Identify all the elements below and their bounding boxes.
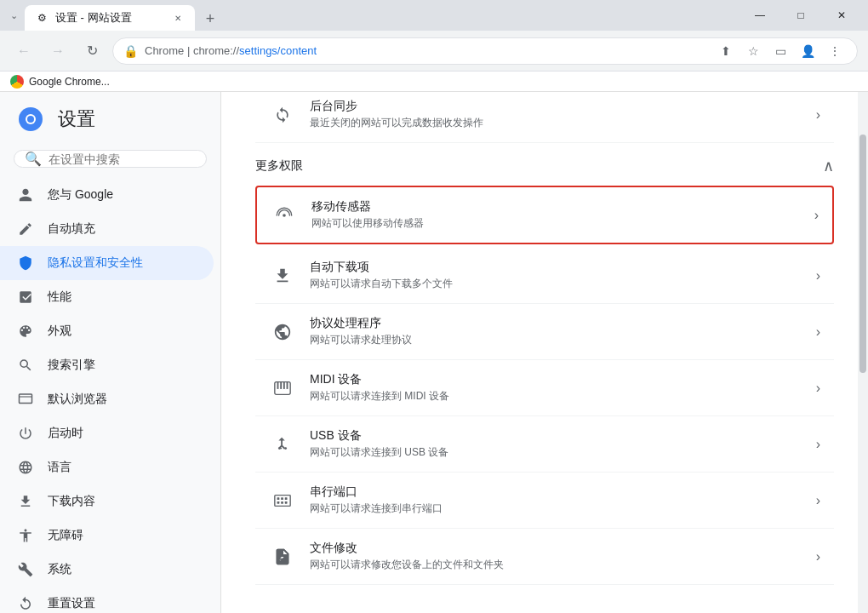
section-collapse-icon[interactable]: ∧ (823, 157, 834, 175)
sidebar-item-startup[interactable]: 启动时 (0, 416, 214, 450)
sidebar-item-performance[interactable]: 性能 (0, 280, 214, 314)
partial-item-background-sync[interactable]: 后台同步 最近关闭的网站可以完成数据收发操作 › (255, 92, 834, 143)
sidebar-item-google-label: 您与 Google (48, 187, 113, 203)
sidebar-item-default-browser[interactable]: 默认浏览器 (0, 382, 214, 416)
svg-rect-17 (281, 497, 283, 500)
settings-item-midi[interactable]: MIDI 设备 网站可以请求连接到 MIDI 设备 › (255, 360, 834, 416)
file-edit-text: 文件修改 网站可以请求修改您设备上的文件和文件夹 (310, 541, 802, 572)
sidebar-item-language[interactable]: 语言 (0, 450, 214, 484)
sidebar-item-default-browser-label: 默认浏览器 (48, 392, 107, 407)
bookmark-icon[interactable]: ☆ (741, 39, 765, 63)
serial-arrow: › (816, 493, 820, 508)
chevron-down-icon[interactable]: ⌄ (7, 10, 21, 21)
settings-item-file-edit[interactable]: 文件修改 网站可以请求修改您设备上的文件和文件夹 › (255, 529, 834, 585)
protocol-handler-subtitle: 网站可以请求处理协议 (310, 333, 802, 347)
chrome-logo-icon (10, 75, 24, 89)
palette-icon (17, 323, 34, 340)
minimize-button[interactable]: — (740, 3, 779, 28)
motion-sensor-title: 移动传感器 (311, 199, 801, 215)
share-icon[interactable]: ⬆ (714, 39, 738, 63)
motion-sensor-text: 移动传感器 网站可以使用移动传感器 (311, 199, 801, 231)
wrench-icon (17, 561, 34, 578)
profile-icon[interactable]: 👤 (796, 39, 819, 63)
settings-item-serial[interactable]: 串行端口 网站可以请求连接到串行端口 › (255, 473, 834, 529)
maximize-button[interactable]: □ (781, 3, 820, 28)
more-permissions-section: 更多权限 ∧ (255, 143, 834, 182)
svg-rect-9 (283, 381, 285, 388)
sidebar-header: 设置 (0, 92, 220, 146)
svg-rect-3 (20, 394, 32, 404)
sidebar-item-privacy[interactable]: 隐私设置和安全性 (0, 246, 214, 280)
motion-sensor-subtitle: 网站可以使用移动传感器 (311, 216, 801, 231)
browser-frame: ⌄ ⚙ 设置 - 网站设置 ✕ + — □ ✕ ← → ↻ 🔒 Chrome |… (0, 0, 868, 613)
scrollbar-track[interactable] (858, 92, 868, 613)
sidebar: 设置 🔍 您与 Google 自动填充 (0, 92, 221, 613)
background-sync-arrow: › (816, 107, 820, 123)
search-icon: 🔍 (25, 151, 42, 167)
sidebar-item-accessibility[interactable]: 无障碍 (0, 518, 214, 553)
sidebar-item-reset[interactable]: 重置设置 (0, 587, 214, 613)
svg-rect-16 (277, 497, 280, 500)
search-bar[interactable]: 🔍 (14, 150, 207, 168)
sidebar-item-search-label: 搜索引擎 (48, 358, 95, 373)
sidebar-item-reset-label: 重置设置 (48, 596, 95, 611)
tab-close-button[interactable]: ✕ (171, 11, 185, 25)
default-browser-icon (17, 391, 34, 408)
file-edit-arrow: › (816, 549, 820, 564)
auto-download-arrow: › (816, 268, 820, 284)
sidebar-item-search[interactable]: 搜索引擎 (0, 348, 214, 382)
background-sync-text: 后台同步 最近关闭的网站可以完成数据收发操作 (310, 99, 802, 130)
refresh-button[interactable]: ↻ (78, 37, 106, 65)
motion-sensor-icon-wrap (271, 202, 298, 229)
chrome-brand-label: Chrome (145, 44, 184, 57)
file-edit-subtitle: 网站可以请求修改您设备上的文件和文件夹 (310, 558, 802, 572)
close-button[interactable]: ✕ (822, 3, 861, 28)
sidebar-item-downloads-label: 下载内容 (48, 494, 95, 509)
auto-download-subtitle: 网站可以请求自动下载多个文件 (310, 277, 802, 291)
search-engine-icon (17, 357, 34, 374)
midi-title: MIDI 设备 (310, 372, 802, 387)
settings-item-usb[interactable]: USB 设备 网站可以请求连接到 USB 设备 › (255, 416, 834, 473)
tab-favicon-icon: ⚙ (35, 11, 49, 25)
settings-item-auto-download[interactable]: 自动下载项 网站可以请求自动下载多个文件 › (255, 248, 834, 304)
sidebar-item-google[interactable]: 您与 Google (0, 178, 214, 212)
back-button[interactable]: ← (10, 37, 37, 65)
sidebar-item-appearance-label: 外观 (48, 324, 71, 339)
content-inner: 后台同步 最近关闭的网站可以完成数据收发操作 › 更多权限 ∧ (221, 92, 868, 613)
menu-icon[interactable]: ⋮ (823, 39, 847, 63)
serial-icon-wrap (269, 487, 296, 514)
sidebar-item-language-label: 语言 (48, 460, 71, 475)
accessibility-icon (17, 527, 34, 544)
sidebar-item-system[interactable]: 系统 (0, 553, 214, 587)
address-protocol: chrome:// (193, 44, 239, 57)
sidebar-item-appearance[interactable]: 外观 (0, 314, 214, 348)
search-input[interactable] (49, 152, 197, 166)
usb-title: USB 设备 (310, 428, 802, 444)
svg-rect-10 (287, 381, 288, 388)
auto-download-title: 自动下载项 (310, 260, 802, 275)
sidebar-item-autofill[interactable]: 自动填充 (0, 212, 214, 246)
settings-item-protocol-handler[interactable]: 协议处理程序 网站可以请求处理协议 › (255, 304, 834, 360)
sidebar-item-privacy-label: 隐私设置和安全性 (48, 255, 143, 271)
svg-rect-21 (285, 501, 288, 503)
sidebar-item-downloads[interactable]: 下载内容 (0, 484, 214, 518)
midi-text: MIDI 设备 网站可以请求连接到 MIDI 设备 (310, 372, 802, 404)
protocol-handler-arrow: › (816, 324, 820, 340)
scrollbar-thumb[interactable] (859, 135, 866, 373)
settings-item-motion-sensor[interactable]: 移动传感器 网站可以使用移动传感器 › (255, 186, 834, 244)
forward-button[interactable]: → (44, 37, 71, 65)
protocol-handler-text: 协议处理程序 网站可以请求处理协议 (310, 316, 802, 347)
address-bar[interactable]: 🔒 Chrome | chrome://settings/content ⬆ ☆… (112, 37, 858, 65)
svg-point-2 (27, 116, 34, 123)
file-edit-title: 文件修改 (310, 541, 802, 556)
svg-rect-20 (281, 501, 283, 503)
active-tab[interactable]: ⚙ 设置 - 网站设置 ✕ (25, 5, 195, 31)
svg-point-5 (283, 214, 286, 217)
performance-icon (17, 289, 34, 306)
auto-download-text: 自动下载项 网站可以请求自动下载多个文件 (310, 260, 802, 291)
shield-icon (17, 255, 34, 272)
reader-mode-icon[interactable]: ▭ (768, 39, 792, 63)
new-tab-button[interactable]: + (198, 7, 222, 31)
settings-title: 设置 (58, 106, 95, 132)
usb-arrow: › (816, 437, 820, 452)
